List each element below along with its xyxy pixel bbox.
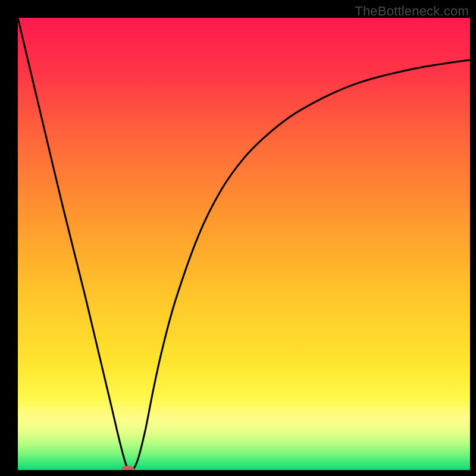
optimal-point-marker <box>121 466 134 470</box>
chart-frame: TheBottleneck.com <box>0 0 476 476</box>
bottleneck-curve <box>18 18 470 470</box>
plot-area <box>18 18 470 470</box>
watermark-text: TheBottleneck.com <box>355 4 469 19</box>
